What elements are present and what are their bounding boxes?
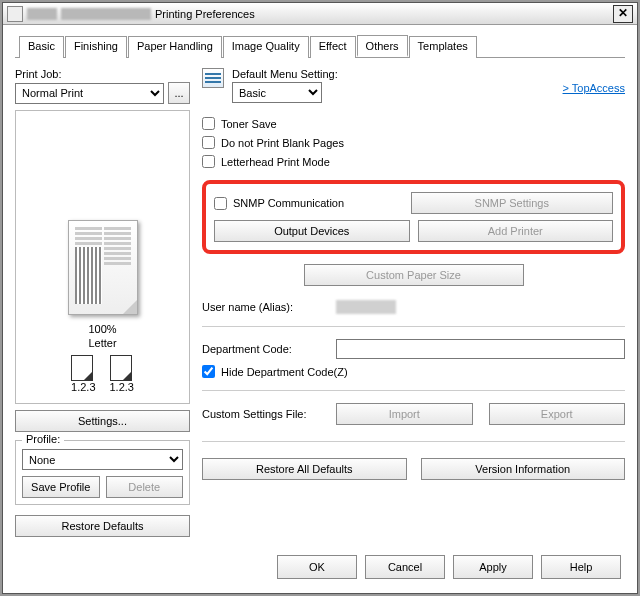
highlighted-region: SNMP Communication SNMP Settings Output … <box>202 180 625 254</box>
custom-settings-label: Custom Settings File: <box>202 408 332 420</box>
department-code-label: Department Code: <box>202 343 332 355</box>
blank-pages-checkbox[interactable]: Do not Print Blank Pages <box>202 136 625 149</box>
ok-button[interactable]: OK <box>277 555 357 579</box>
redacted-text <box>27 8 57 20</box>
save-profile-button[interactable]: Save Profile <box>22 476 100 498</box>
title-bar: Printing Preferences ✕ <box>3 3 637 25</box>
tab-effect[interactable]: Effect <box>310 36 356 58</box>
profile-group-label: Profile: <box>22 433 64 445</box>
apply-button[interactable]: Apply <box>453 555 533 579</box>
toner-save-checkbox[interactable]: Toner Save <box>202 117 625 130</box>
default-menu-label: Default Menu Setting: <box>232 68 338 80</box>
tab-basic[interactable]: Basic <box>19 36 64 58</box>
separator <box>202 441 625 442</box>
cancel-button[interactable]: Cancel <box>365 555 445 579</box>
topaccess-link[interactable]: > TopAccess <box>563 82 625 94</box>
printer-icon <box>7 6 23 22</box>
snmp-comm-checkbox[interactable]: SNMP Communication <box>214 192 403 214</box>
close-button[interactable]: ✕ <box>613 5 633 23</box>
tab-bar: Basic Finishing Paper Handling Image Qua… <box>15 35 625 58</box>
window-title: Printing Preferences <box>155 8 255 20</box>
tab-others[interactable]: Others <box>357 35 408 57</box>
import-button[interactable]: Import <box>336 403 473 425</box>
zoom-label: 100% <box>88 323 116 335</box>
hide-department-checkbox[interactable]: Hide Department Code(Z) <box>202 365 625 378</box>
redacted-text <box>61 8 151 20</box>
tab-templates[interactable]: Templates <box>409 36 477 58</box>
print-job-more-button[interactable]: ... <box>168 82 190 104</box>
stack-1: 1.2.3 <box>71 355 95 393</box>
default-menu-select[interactable]: Basic <box>232 82 322 103</box>
restore-all-defaults-button[interactable]: Restore All Defaults <box>202 458 407 480</box>
settings-button[interactable]: Settings... <box>15 410 190 432</box>
separator <box>202 390 625 391</box>
export-button[interactable]: Export <box>489 403 626 425</box>
tab-paper-handling[interactable]: Paper Handling <box>128 36 222 58</box>
tab-image-quality[interactable]: Image Quality <box>223 36 309 58</box>
restore-defaults-button[interactable]: Restore Defaults <box>15 515 190 537</box>
output-devices-button[interactable]: Output Devices <box>214 220 410 242</box>
custom-paper-size-button[interactable]: Custom Paper Size <box>304 264 524 286</box>
print-job-label: Print Job: <box>15 68 190 80</box>
print-job-select[interactable]: Normal Print <box>15 83 164 104</box>
separator <box>202 326 625 327</box>
dialog-footer: OK Cancel Apply Help <box>3 545 637 593</box>
alias-value-redacted <box>336 300 396 314</box>
help-button[interactable]: Help <box>541 555 621 579</box>
version-info-button[interactable]: Version Information <box>421 458 626 480</box>
stack-2: 1.2.3 <box>110 355 134 393</box>
profile-select[interactable]: None <box>22 449 183 470</box>
page-preview: 100% Letter 1.2.3 1.2.3 <box>15 110 190 404</box>
alias-label: User name (Alias): <box>202 301 332 313</box>
paper-label: Letter <box>88 337 116 349</box>
tab-finishing[interactable]: Finishing <box>65 36 127 58</box>
letterhead-checkbox[interactable]: Letterhead Print Mode <box>202 155 625 168</box>
add-printer-button[interactable]: Add Printer <box>418 220 614 242</box>
snmp-settings-button[interactable]: SNMP Settings <box>411 192 614 214</box>
department-code-input[interactable] <box>336 339 625 359</box>
page-thumbnail <box>68 220 138 315</box>
delete-profile-button[interactable]: Delete <box>106 476 184 498</box>
menu-icon <box>202 68 224 88</box>
printing-preferences-window: Printing Preferences ✕ Basic Finishing P… <box>2 2 638 594</box>
